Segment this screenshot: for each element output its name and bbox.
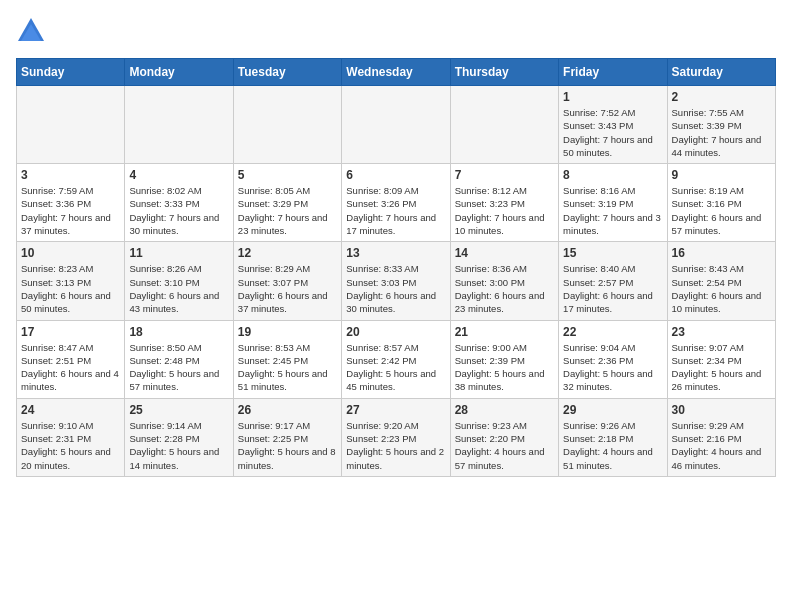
calendar-cell: [450, 86, 558, 164]
weekday-header-friday: Friday: [559, 59, 667, 86]
day-number: 17: [21, 325, 120, 339]
day-number: 5: [238, 168, 337, 182]
calendar-cell: 3Sunrise: 7:59 AM Sunset: 3:36 PM Daylig…: [17, 164, 125, 242]
day-number: 13: [346, 246, 445, 260]
calendar-cell: 23Sunrise: 9:07 AM Sunset: 2:34 PM Dayli…: [667, 320, 775, 398]
day-number: 10: [21, 246, 120, 260]
day-info: Sunrise: 9:07 AM Sunset: 2:34 PM Dayligh…: [672, 341, 771, 394]
day-info: Sunrise: 9:20 AM Sunset: 2:23 PM Dayligh…: [346, 419, 445, 472]
weekday-header-row: SundayMondayTuesdayWednesdayThursdayFrid…: [17, 59, 776, 86]
day-number: 25: [129, 403, 228, 417]
calendar-cell: 8Sunrise: 8:16 AM Sunset: 3:19 PM Daylig…: [559, 164, 667, 242]
logo: [16, 16, 50, 46]
calendar-cell: 7Sunrise: 8:12 AM Sunset: 3:23 PM Daylig…: [450, 164, 558, 242]
day-number: 30: [672, 403, 771, 417]
calendar-cell: 12Sunrise: 8:29 AM Sunset: 3:07 PM Dayli…: [233, 242, 341, 320]
day-info: Sunrise: 9:10 AM Sunset: 2:31 PM Dayligh…: [21, 419, 120, 472]
day-number: 22: [563, 325, 662, 339]
calendar-cell: 13Sunrise: 8:33 AM Sunset: 3:03 PM Dayli…: [342, 242, 450, 320]
calendar-cell: 10Sunrise: 8:23 AM Sunset: 3:13 PM Dayli…: [17, 242, 125, 320]
week-row-4: 17Sunrise: 8:47 AM Sunset: 2:51 PM Dayli…: [17, 320, 776, 398]
day-info: Sunrise: 8:40 AM Sunset: 2:57 PM Dayligh…: [563, 262, 662, 315]
calendar-cell: [125, 86, 233, 164]
calendar-cell: 24Sunrise: 9:10 AM Sunset: 2:31 PM Dayli…: [17, 398, 125, 476]
day-info: Sunrise: 7:52 AM Sunset: 3:43 PM Dayligh…: [563, 106, 662, 159]
day-number: 15: [563, 246, 662, 260]
calendar-cell: 18Sunrise: 8:50 AM Sunset: 2:48 PM Dayli…: [125, 320, 233, 398]
calendar-cell: 29Sunrise: 9:26 AM Sunset: 2:18 PM Dayli…: [559, 398, 667, 476]
day-info: Sunrise: 8:26 AM Sunset: 3:10 PM Dayligh…: [129, 262, 228, 315]
calendar-cell: 21Sunrise: 9:00 AM Sunset: 2:39 PM Dayli…: [450, 320, 558, 398]
day-number: 14: [455, 246, 554, 260]
day-number: 9: [672, 168, 771, 182]
logo-icon: [16, 16, 46, 46]
calendar-cell: 2Sunrise: 7:55 AM Sunset: 3:39 PM Daylig…: [667, 86, 775, 164]
calendar-cell: 9Sunrise: 8:19 AM Sunset: 3:16 PM Daylig…: [667, 164, 775, 242]
day-number: 8: [563, 168, 662, 182]
day-number: 21: [455, 325, 554, 339]
day-info: Sunrise: 9:17 AM Sunset: 2:25 PM Dayligh…: [238, 419, 337, 472]
day-info: Sunrise: 8:50 AM Sunset: 2:48 PM Dayligh…: [129, 341, 228, 394]
day-info: Sunrise: 8:09 AM Sunset: 3:26 PM Dayligh…: [346, 184, 445, 237]
weekday-header-wednesday: Wednesday: [342, 59, 450, 86]
day-number: 26: [238, 403, 337, 417]
day-number: 19: [238, 325, 337, 339]
calendar-cell: 4Sunrise: 8:02 AM Sunset: 3:33 PM Daylig…: [125, 164, 233, 242]
day-number: 29: [563, 403, 662, 417]
day-number: 4: [129, 168, 228, 182]
day-info: Sunrise: 8:05 AM Sunset: 3:29 PM Dayligh…: [238, 184, 337, 237]
calendar-cell: 20Sunrise: 8:57 AM Sunset: 2:42 PM Dayli…: [342, 320, 450, 398]
day-number: 18: [129, 325, 228, 339]
day-info: Sunrise: 8:43 AM Sunset: 2:54 PM Dayligh…: [672, 262, 771, 315]
day-info: Sunrise: 8:47 AM Sunset: 2:51 PM Dayligh…: [21, 341, 120, 394]
weekday-header-thursday: Thursday: [450, 59, 558, 86]
day-number: 7: [455, 168, 554, 182]
day-number: 24: [21, 403, 120, 417]
day-info: Sunrise: 8:29 AM Sunset: 3:07 PM Dayligh…: [238, 262, 337, 315]
calendar-cell: 16Sunrise: 8:43 AM Sunset: 2:54 PM Dayli…: [667, 242, 775, 320]
day-info: Sunrise: 8:57 AM Sunset: 2:42 PM Dayligh…: [346, 341, 445, 394]
day-info: Sunrise: 9:26 AM Sunset: 2:18 PM Dayligh…: [563, 419, 662, 472]
calendar-cell: [342, 86, 450, 164]
weekday-header-sunday: Sunday: [17, 59, 125, 86]
calendar-cell: 11Sunrise: 8:26 AM Sunset: 3:10 PM Dayli…: [125, 242, 233, 320]
day-info: Sunrise: 8:16 AM Sunset: 3:19 PM Dayligh…: [563, 184, 662, 237]
day-number: 1: [563, 90, 662, 104]
calendar-cell: 28Sunrise: 9:23 AM Sunset: 2:20 PM Dayli…: [450, 398, 558, 476]
day-number: 3: [21, 168, 120, 182]
week-row-3: 10Sunrise: 8:23 AM Sunset: 3:13 PM Dayli…: [17, 242, 776, 320]
calendar-cell: 6Sunrise: 8:09 AM Sunset: 3:26 PM Daylig…: [342, 164, 450, 242]
day-info: Sunrise: 9:04 AM Sunset: 2:36 PM Dayligh…: [563, 341, 662, 394]
day-number: 23: [672, 325, 771, 339]
calendar-table: SundayMondayTuesdayWednesdayThursdayFrid…: [16, 58, 776, 477]
calendar-cell: 27Sunrise: 9:20 AM Sunset: 2:23 PM Dayli…: [342, 398, 450, 476]
day-info: Sunrise: 9:29 AM Sunset: 2:16 PM Dayligh…: [672, 419, 771, 472]
day-info: Sunrise: 9:23 AM Sunset: 2:20 PM Dayligh…: [455, 419, 554, 472]
calendar-cell: [233, 86, 341, 164]
weekday-header-saturday: Saturday: [667, 59, 775, 86]
day-info: Sunrise: 7:55 AM Sunset: 3:39 PM Dayligh…: [672, 106, 771, 159]
day-info: Sunrise: 8:53 AM Sunset: 2:45 PM Dayligh…: [238, 341, 337, 394]
day-info: Sunrise: 9:00 AM Sunset: 2:39 PM Dayligh…: [455, 341, 554, 394]
calendar-cell: 14Sunrise: 8:36 AM Sunset: 3:00 PM Dayli…: [450, 242, 558, 320]
day-number: 16: [672, 246, 771, 260]
calendar-cell: 1Sunrise: 7:52 AM Sunset: 3:43 PM Daylig…: [559, 86, 667, 164]
page-header: [16, 16, 776, 46]
week-row-1: 1Sunrise: 7:52 AM Sunset: 3:43 PM Daylig…: [17, 86, 776, 164]
day-number: 11: [129, 246, 228, 260]
week-row-2: 3Sunrise: 7:59 AM Sunset: 3:36 PM Daylig…: [17, 164, 776, 242]
calendar-cell: [17, 86, 125, 164]
day-info: Sunrise: 8:12 AM Sunset: 3:23 PM Dayligh…: [455, 184, 554, 237]
calendar-cell: 15Sunrise: 8:40 AM Sunset: 2:57 PM Dayli…: [559, 242, 667, 320]
calendar-cell: 25Sunrise: 9:14 AM Sunset: 2:28 PM Dayli…: [125, 398, 233, 476]
day-info: Sunrise: 7:59 AM Sunset: 3:36 PM Dayligh…: [21, 184, 120, 237]
day-number: 28: [455, 403, 554, 417]
weekday-header-tuesday: Tuesday: [233, 59, 341, 86]
day-number: 2: [672, 90, 771, 104]
day-number: 27: [346, 403, 445, 417]
calendar-cell: 17Sunrise: 8:47 AM Sunset: 2:51 PM Dayli…: [17, 320, 125, 398]
day-number: 20: [346, 325, 445, 339]
day-number: 6: [346, 168, 445, 182]
day-info: Sunrise: 8:02 AM Sunset: 3:33 PM Dayligh…: [129, 184, 228, 237]
weekday-header-monday: Monday: [125, 59, 233, 86]
